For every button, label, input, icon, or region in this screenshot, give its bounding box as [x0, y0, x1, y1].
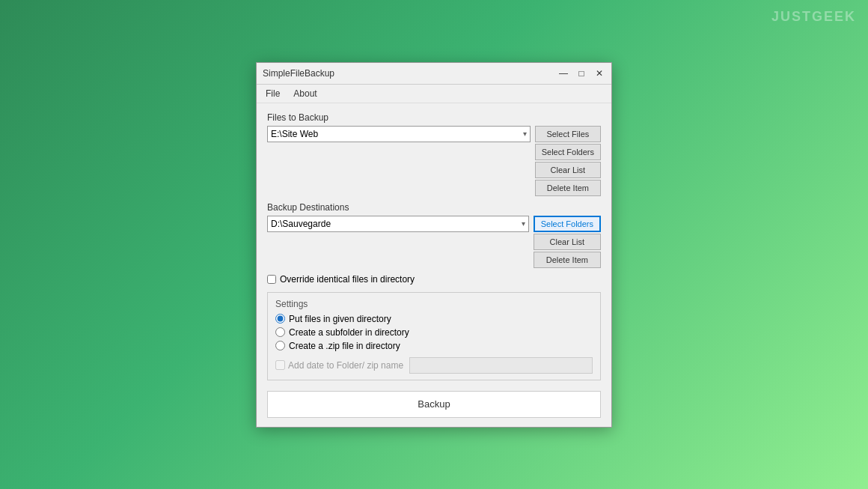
files-to-backup-row: E:\Site Web ▾ Select Files Select Folder…: [267, 126, 601, 196]
date-input-field[interactable]: [409, 357, 593, 374]
radio-subfolder-row: Create a subfolder in directory: [275, 327, 593, 338]
application-window: SimpleFileBackup — □ ✕ File About Files …: [256, 62, 612, 428]
close-button[interactable]: ✕: [593, 67, 605, 79]
settings-box: Settings Put files in given directory Cr…: [267, 292, 601, 380]
backup-destinations-section: Backup Destinations D:\Sauvegarde ▾ Sele…: [267, 202, 601, 285]
window-controls: — □ ✕: [557, 67, 605, 79]
radio-zip[interactable]: [275, 341, 285, 350]
dropdown-arrow-icon: ▾: [523, 130, 527, 138]
radio-put-files-row: Put files in given directory: [275, 314, 593, 324]
files-btn-group: Select Files Select Folders Clear List D…: [535, 126, 601, 196]
select-folders-button-dest[interactable]: Select Folders: [534, 216, 601, 232]
dest-btn-group: Select Folders Clear List Delete Item: [534, 216, 601, 268]
dropdown-arrow-dest-icon: ▾: [522, 219, 525, 228]
date-checkbox-text: Add date to Folder/ zip name: [288, 360, 403, 371]
maximize-button[interactable]: □: [575, 67, 587, 79]
files-to-backup-label: Files to Backup: [267, 112, 601, 123]
backup-destinations-label: Backup Destinations: [267, 202, 601, 213]
watermark-text: JUSTGEEK: [771, 9, 856, 25]
main-content: Files to Backup E:\Site Web ▾ Select Fil…: [257, 103, 611, 427]
files-to-backup-dropdown[interactable]: E:\Site Web ▾: [267, 126, 531, 142]
backup-destinations-dropdown[interactable]: D:\Sauvegarde ▾: [267, 216, 529, 232]
menu-file[interactable]: File: [260, 86, 286, 101]
files-to-backup-value: E:\Site Web: [271, 129, 318, 139]
settings-title: Settings: [275, 299, 593, 309]
override-checkbox-row: Override identical files in directory: [267, 274, 601, 285]
radio-subfolder-label: Create a subfolder in directory: [289, 327, 409, 338]
select-folders-button-files[interactable]: Select Folders: [535, 144, 601, 160]
delete-item-button-files[interactable]: Delete Item: [535, 180, 601, 196]
title-bar: SimpleFileBackup — □ ✕: [257, 63, 611, 85]
backup-destinations-row: D:\Sauvegarde ▾ Select Folders Clear Lis…: [267, 216, 601, 268]
minimize-button[interactable]: —: [557, 67, 569, 79]
override-checkbox-label: Override identical files in directory: [280, 274, 415, 285]
radio-zip-row: Create a .zip file in directory: [275, 341, 593, 351]
date-row: Add date to Folder/ zip name: [275, 357, 593, 374]
clear-list-button-dest[interactable]: Clear List: [534, 234, 601, 250]
override-checkbox[interactable]: [267, 275, 276, 284]
backup-destinations-value: D:\Sauvegarde: [271, 219, 331, 229]
radio-put-files[interactable]: [275, 314, 285, 324]
radio-zip-label: Create a .zip file in directory: [289, 341, 400, 351]
window-title: SimpleFileBackup: [263, 68, 334, 79]
delete-item-button-dest[interactable]: Delete Item: [534, 252, 601, 268]
backup-button[interactable]: Backup: [267, 391, 601, 418]
date-checkbox[interactable]: [275, 360, 285, 370]
menu-about[interactable]: About: [287, 86, 323, 101]
clear-list-button-files[interactable]: Clear List: [535, 162, 601, 178]
select-files-button[interactable]: Select Files: [535, 126, 601, 142]
radio-subfolder[interactable]: [275, 327, 285, 337]
date-checkbox-label: Add date to Folder/ zip name: [275, 360, 403, 371]
radio-put-files-label: Put files in given directory: [289, 314, 391, 324]
menu-bar: File About: [257, 85, 611, 103]
